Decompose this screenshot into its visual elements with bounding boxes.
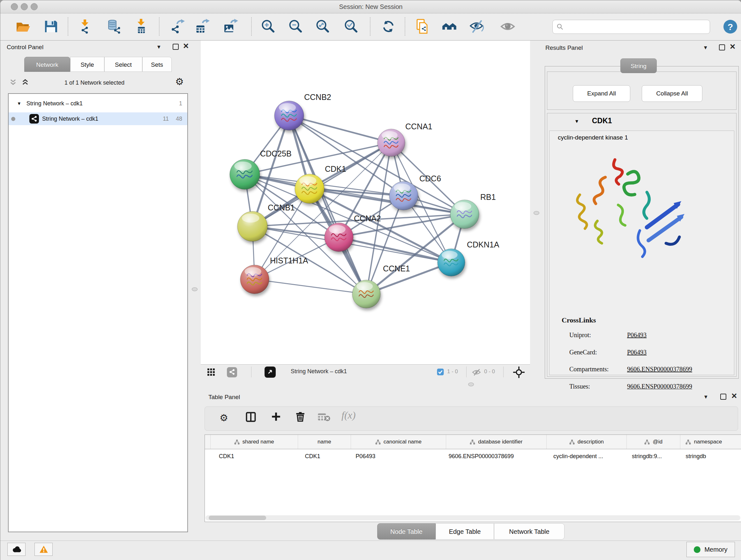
toolbar-separator (68, 17, 68, 36)
cell-namespace[interactable]: stringdb (681, 453, 741, 460)
clone-network-button[interactable] (415, 19, 430, 34)
table-panel-menu-button[interactable]: ▾ (704, 394, 708, 400)
node-label: CDC6 (419, 174, 441, 183)
table-panel-float-button[interactable] (720, 394, 726, 401)
network-share-view-icon[interactable] (227, 367, 237, 377)
zoom-fit-button[interactable] (315, 19, 330, 34)
tab-sets[interactable]: Sets (142, 57, 172, 72)
search-input[interactable] (567, 23, 706, 30)
cell-canonical-name[interactable]: P06493 (351, 453, 446, 460)
grid-view-icon[interactable] (207, 368, 215, 377)
zoom-in-button[interactable] (260, 19, 276, 34)
export-network-button[interactable] (170, 19, 185, 34)
tab-string[interactable]: String (620, 58, 657, 73)
bottom-splitter-grip[interactable] (468, 382, 474, 386)
collection-expander-icon[interactable]: ▼ (17, 101, 21, 106)
network-row-selected[interactable]: String Network – cdk1 11 48 (9, 112, 187, 125)
app-store-cloud-button[interactable] (7, 543, 25, 556)
hide-selected-button[interactable] (469, 19, 484, 34)
right-splitter[interactable] (530, 41, 543, 380)
node-label: CDK1 (325, 165, 346, 173)
close-window-light[interactable] (11, 3, 18, 10)
column-shared-name[interactable]: shared name (211, 435, 298, 449)
network-options-gear-icon[interactable]: ⚙ (175, 77, 184, 86)
cytoscape-window: Session: New Session (0, 0, 741, 560)
crosslink-genecard-link[interactable]: P06493 (627, 349, 647, 356)
import-database-button[interactable] (106, 19, 121, 34)
column-id[interactable]: @id (627, 435, 681, 449)
crosslink-label: Uniprot: (569, 331, 591, 339)
column-description[interactable]: description (547, 435, 627, 449)
protein-structure-image (567, 150, 695, 265)
node-gloss (394, 184, 410, 192)
import-network-button[interactable] (77, 19, 92, 34)
warnings-button[interactable] (35, 543, 53, 556)
annotation-mode-icon[interactable] (265, 367, 276, 378)
tab-node-table[interactable]: Node Table (377, 523, 435, 540)
collapse-all-button[interactable]: Collapse All (642, 85, 702, 102)
cell-shared-name[interactable]: CDK1 (211, 453, 298, 460)
tab-edge-table[interactable]: Edge Table (435, 523, 494, 540)
minimize-window-light[interactable] (21, 3, 28, 10)
tab-network-table[interactable]: Network Table (494, 523, 564, 540)
save-session-button[interactable] (43, 19, 58, 34)
network-node-count: 11 (163, 116, 169, 122)
open-session-button[interactable] (15, 19, 30, 34)
help-button[interactable]: ? (724, 20, 737, 34)
scrollbar-thumb[interactable] (209, 516, 266, 520)
export-image-button[interactable] (223, 19, 239, 34)
function-builder-icon[interactable]: f(x) (341, 409, 355, 421)
delete-column-icon[interactable] (295, 411, 306, 423)
results-panel-close-button[interactable]: ✕ (730, 44, 736, 50)
import-table-button[interactable] (133, 19, 149, 34)
tab-network[interactable]: Network (24, 57, 70, 72)
tab-style[interactable]: Style (70, 57, 105, 72)
control-panel-float-button[interactable] (173, 44, 179, 51)
left-splitter[interactable] (189, 41, 201, 541)
network-collection-row[interactable]: ▼ String Network – cdk1 1 (9, 97, 187, 110)
string-results-container: Expand All Collapse All ▼ CDK1 cyclin-de… (545, 66, 739, 379)
control-panel-menu-button[interactable]: ▾ (157, 44, 160, 50)
cell-database-identifier[interactable]: 9606.ENSP00000378699 (446, 453, 547, 460)
refresh-button[interactable] (381, 19, 396, 34)
table-options-gear-icon[interactable]: ⚙ (219, 413, 228, 423)
results-panel-menu-button[interactable]: ▾ (704, 44, 707, 51)
table-panel-close-button[interactable]: ✕ (731, 393, 737, 399)
column-namespace[interactable]: namespace (680, 435, 741, 449)
network-canvas[interactable]: CCNB2CCNA1CDC25BCDK1CDC6RB1CCNB1CCNA2CDK… (201, 41, 530, 380)
node-label: CDC25B (260, 149, 292, 158)
add-column-icon[interactable] (271, 411, 281, 423)
crosslink-label: GeneCard: (569, 349, 597, 356)
cell-name[interactable]: CDK1 (298, 453, 351, 460)
network-view-title: String Network – cdk1 (291, 368, 347, 375)
birdseye-view-icon[interactable] (513, 366, 525, 379)
column-canonical-name[interactable]: canonical name (351, 435, 446, 449)
export-table-button[interactable] (195, 19, 210, 34)
show-all-button[interactable] (500, 19, 515, 34)
delete-table-icon[interactable] (317, 411, 331, 423)
crosslink-compartments-link[interactable]: 9606.ENSP00000378699 (627, 366, 692, 373)
crosslink-uniprot-link[interactable]: P06493 (627, 331, 647, 339)
first-neighbors-button[interactable] (442, 19, 457, 34)
memory-button[interactable]: Memory (686, 542, 735, 557)
gene-expander-icon[interactable]: ▼ (575, 118, 579, 124)
results-panel-float-button[interactable] (719, 44, 725, 52)
tab-select[interactable]: Select (105, 57, 142, 72)
selected-checkbox-icon[interactable] (437, 368, 444, 377)
table-row[interactable]: CDK1 CDK1 P06493 9606.ENSP00000378699 cy… (205, 449, 741, 463)
zoom-selected-button[interactable] (343, 19, 359, 34)
zoom-out-button[interactable] (288, 19, 303, 34)
expand-all-button[interactable]: Expand All (573, 85, 630, 102)
node-label: HIST1H1A (270, 256, 308, 265)
node-label: CCNB2 (304, 92, 331, 102)
right-splitter-grip[interactable] (534, 211, 539, 215)
cell-id[interactable]: stringdb:9... (627, 453, 681, 460)
show-columns-icon[interactable] (245, 411, 257, 424)
cell-description[interactable]: cyclin-dependent ... (547, 453, 627, 460)
column-name[interactable]: name (298, 435, 351, 449)
column-database-identifier[interactable]: database identifier (446, 435, 547, 449)
maximize-window-light[interactable] (30, 3, 38, 10)
control-panel-close-button[interactable]: ✕ (183, 43, 189, 49)
table-horizontal-scrollbar[interactable] (205, 515, 740, 520)
left-splitter-grip[interactable] (192, 287, 198, 291)
